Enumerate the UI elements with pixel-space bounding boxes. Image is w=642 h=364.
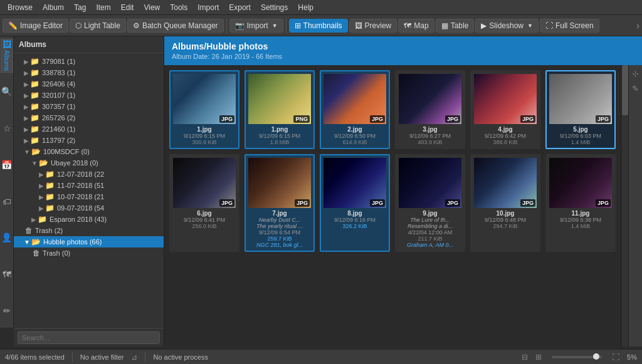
import-label: Import: [247, 21, 268, 30]
menu-help[interactable]: Help: [293, 2, 318, 13]
thumb-size-3jpg: 403.9 KiB: [418, 139, 442, 145]
map-side-tab[interactable]: 🗺: [1, 257, 13, 291]
menu-browse[interactable]: Browse: [3, 2, 38, 13]
album-title: Albums/Hubble photos: [172, 41, 634, 51]
thumbnails-button[interactable]: ⊞ Thumbnails: [289, 19, 348, 33]
sidebar-item-10-07-2018[interactable]: ▶ 📁 10-07-2018 (21: [14, 191, 164, 202]
import-button[interactable]: 📷 Import ▼: [229, 19, 283, 33]
thumb-name-4jpg: 4.jpg: [498, 126, 512, 133]
sidebar-item-338783[interactable]: ▶ 📁 338783 (1): [14, 67, 164, 78]
batch-queue-button[interactable]: ⚙ Batch Queue Manager: [127, 19, 224, 33]
thumb-badge-5jpg: JPG: [596, 115, 611, 123]
sidebar-search-area: [14, 328, 164, 346]
menu-tools[interactable]: Tools: [165, 2, 192, 13]
tree-label: 10-07-2018 (21: [57, 193, 104, 200]
thumb-name-8jpg: 8.jpg: [347, 210, 362, 217]
sidebar-item-ubaye[interactable]: ▼ 📂 Ubaye 2018 (0): [14, 157, 164, 169]
thumb-date-5jpg: 9/12/09 6:03 PM: [560, 133, 601, 139]
menu-settings[interactable]: Settings: [256, 2, 293, 13]
fuzzy-tab[interactable]: ☆: [1, 112, 13, 145]
thumbnail-6jpg[interactable]: JPG 6.jpg 9/12/09 6:41 PM 256.0 KiB: [169, 154, 239, 252]
search-tab[interactable]: 🔍: [1, 75, 13, 109]
menu-item[interactable]: Item: [91, 2, 115, 13]
sidebar-item-09-07-2018[interactable]: ▶ 📁 09-07-2018 (54: [14, 202, 164, 214]
sidebar-item-265726[interactable]: ▶ 📁 265726 (2): [14, 112, 164, 123]
sidebar-item-221460[interactable]: ▶ 📁 221460 (1): [14, 123, 164, 135]
slideshow-button[interactable]: ▶ Slideshow ▼: [475, 19, 539, 33]
right-panel: ⊹ ✎: [628, 65, 642, 346]
tags-tab[interactable]: 🏷: [1, 185, 13, 219]
thumbnail-5jpg[interactable]: JPG 5.jpg 9/12/09 6:03 PM 1.4 MiB: [545, 70, 616, 149]
thumb-subtitle2-7jpg: The yearly ritual ...: [256, 223, 303, 229]
menu-import[interactable]: Import: [192, 2, 224, 13]
expand-panel-icon[interactable]: ›: [636, 20, 639, 31]
scroll-thumb[interactable]: [622, 65, 628, 115]
sidebar-item-trash1[interactable]: 🗑 Trash (2): [14, 225, 164, 236]
table-button[interactable]: ▦ Table: [436, 19, 475, 33]
thumbnail-7jpg[interactable]: JPG 7.jpg Nearby Dust C... The yearly ri…: [245, 154, 315, 252]
thumb-date-4jpg: 9/12/09 6:42 PM: [485, 133, 526, 139]
thumbnail-4jpg[interactable]: JPG 4.jpg 9/12/09 6:42 PM 388.8 KiB: [470, 70, 540, 149]
thumbnail-11jpg[interactable]: JPG 11.jpg 9/12/09 6:38 PM 1.4 MiB: [545, 154, 616, 252]
sidebar-item-11-07-2018[interactable]: ▶ 📁 11-07-2018 (51: [14, 180, 164, 191]
thumb-name-3jpg: 3.jpg: [423, 126, 437, 133]
expand-arrow: ▶: [24, 115, 29, 122]
zoom-slider[interactable]: [552, 356, 602, 358]
panel-icon-2[interactable]: ✎: [630, 83, 641, 94]
status-sep-1: [72, 352, 73, 362]
map-button[interactable]: 🗺 Map: [398, 19, 434, 33]
thumb-name-1jpg: 1.jpg: [197, 126, 211, 133]
zoom-icon-2: ⊞: [535, 353, 542, 361]
fuzzy-icon: ☆: [2, 123, 12, 133]
folder-icon: 📁: [30, 91, 39, 100]
sidebar-item-113797[interactable]: ▶ 📁 113797 (2): [14, 135, 164, 146]
menu-tag[interactable]: Tag: [69, 2, 91, 13]
scrollbar[interactable]: [621, 65, 628, 346]
people-tab[interactable]: 👤: [1, 221, 13, 255]
thumbnail-1jpg[interactable]: JPG 1.jpg 9/12/09 6:15 PM 300.9 KiB: [169, 70, 239, 149]
light-table-button[interactable]: ⬡ Light Table: [70, 19, 126, 33]
scroll-track: [622, 65, 628, 346]
status-sep-2: [145, 352, 145, 362]
sidebar-item-307357[interactable]: ▶ 📁 307357 (1): [14, 101, 164, 112]
thumb-badge-11jpg: JPG: [596, 199, 611, 207]
sidebar-item-326406[interactable]: ▶ 📁 326406 (4): [14, 78, 164, 90]
caption-icon: ✏: [2, 306, 12, 316]
menu-view[interactable]: View: [139, 2, 165, 13]
thumbnail-3jpg[interactable]: JPG 3.jpg 9/12/09 6:27 PM 403.9 KiB: [395, 70, 465, 149]
tree-label: 113797 (2): [42, 137, 75, 144]
thumb-size-10jpg: 294.7 KiB: [493, 223, 517, 229]
thumbnail-8jpg[interactable]: JPG 8.jpg 9/12/09 6:16 PM 326.2 KiB: [320, 154, 390, 252]
thumbnail-9jpg[interactable]: JPG 9.jpg The Lure of th... Resembling a…: [395, 154, 465, 252]
calendar-tab[interactable]: 📅: [1, 148, 13, 182]
sidebar-tree[interactable]: ▶ 📁 379081 (1) ▶ 📁 338783 (1) ▶ 📁 326406…: [14, 53, 164, 328]
thumb-size-8jpg: 326.2 KiB: [342, 223, 367, 229]
sidebar-item-12-07-2018[interactable]: ▶ 📁 12-07-2018 (22: [14, 169, 164, 180]
sidebar-item-trash2[interactable]: 🗑 Trash (0): [14, 247, 164, 259]
caption-tab[interactable]: ✏: [1, 294, 13, 328]
zoom-thumb[interactable]: [593, 353, 599, 360]
thumbnail-10jpg[interactable]: JPG 10.jpg 9/12/09 6:48 PM 294.7 KiB: [470, 154, 540, 252]
albums-tab[interactable]: 🖼 Albums: [1, 39, 13, 73]
tree-label: Ubaye 2018 (0): [51, 159, 98, 167]
sidebar-item-379081[interactable]: ▶ 📁 379081 (1): [14, 56, 164, 67]
menu-edit[interactable]: Edit: [116, 2, 139, 13]
menu-album[interactable]: Album: [38, 2, 69, 13]
sidebar-item-hubble[interactable]: ▼ 📂 Hubble photos (66): [14, 236, 164, 247]
image-editor-button[interactable]: ✏️ Image Editor: [3, 19, 68, 33]
thumb-date-11jpg: 9/12/09 6:38 PM: [560, 217, 601, 223]
search-input[interactable]: [18, 331, 160, 344]
thumbnail-1png[interactable]: PNG 1.png 9/12/09 6:15 PM 1.8 MiB: [245, 70, 315, 149]
thumbnail-2jpg[interactable]: JPG 2.jpg 9/12/09 6:50 PM 614.9 KiB: [320, 70, 390, 149]
preview-button[interactable]: 🖼 Preview: [349, 19, 397, 33]
thumb-date-1jpg: 9/12/09 6:15 PM: [184, 133, 225, 139]
sidebar-item-esparon[interactable]: ▶ 📁 Esparon 2018 (43): [14, 214, 164, 225]
menu-export[interactable]: Export: [224, 2, 256, 13]
folder-icon: 📁: [30, 136, 39, 145]
sidebar-item-100msdcf[interactable]: ▼ 📂 100MSDCF (0): [14, 146, 164, 157]
panel-icon-1[interactable]: ⊹: [630, 68, 641, 79]
thumb-badge-3jpg: JPG: [445, 115, 460, 123]
fullscreen-button[interactable]: ⛶ Full Screen: [540, 19, 599, 33]
sidebar-item-320107[interactable]: ▶ 📁 320107 (1): [14, 90, 164, 101]
tree-label: 12-07-2018 (22: [57, 170, 104, 178]
